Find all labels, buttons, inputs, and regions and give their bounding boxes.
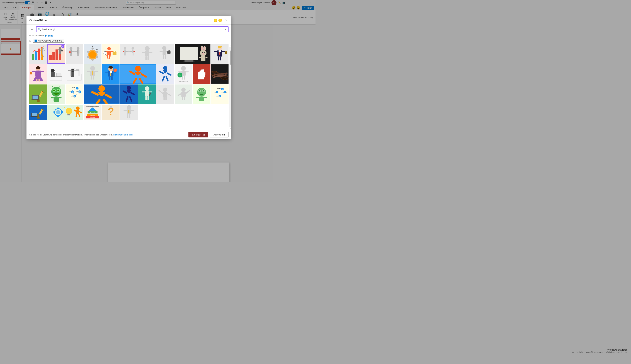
smiley2-icon[interactable]: 😐	[296, 6, 300, 10]
image-cell-23[interactable]	[84, 84, 120, 104]
scroll-up-arrow[interactable]: ▲	[230, 44, 231, 47]
image-cell-5[interactable]	[102, 44, 120, 64]
tab-start[interactable]: Start	[10, 5, 20, 10]
scroll-track[interactable]	[230, 47, 231, 127]
image-cell-12[interactable]	[48, 64, 83, 84]
svg-rect-139	[68, 70, 79, 76]
scrollbar[interactable]: ▲ ▼	[229, 44, 231, 130]
table-button[interactable]: ▦ Ta...	[19, 12, 26, 21]
image-cell-16[interactable]	[156, 64, 174, 84]
top-search-bar[interactable]: 🔍 Suchen (Alt+M)	[126, 1, 176, 5]
dialog-smiley-icon[interactable]: 🙂	[214, 18, 218, 22]
image-cell-26[interactable]	[156, 84, 174, 104]
online-bilder-dialog[interactable]: OnlineBilder 🙂 😐 ✕ ← 🔍 ✕ Unterstützt von	[26, 16, 232, 139]
image-cell-27[interactable]	[175, 84, 192, 104]
image-cell-19[interactable]	[211, 64, 228, 84]
image-cell-6[interactable]	[120, 44, 138, 64]
image-cell-17[interactable]: $ PresenterMedia	[175, 64, 192, 84]
footer-link[interactable]: Hier erfahren Sie mehr	[113, 134, 133, 136]
slide-preview-2	[1, 44, 20, 55]
tab-einfuegen[interactable]: Einfügen	[20, 5, 34, 10]
image-cell-1[interactable]	[29, 44, 47, 64]
image-cell-24[interactable]	[120, 84, 138, 104]
redo-icon[interactable]: ↪	[40, 1, 43, 4]
slide-thumb-2[interactable]: 2	[1, 41, 20, 55]
image-cell-4[interactable]	[84, 44, 101, 64]
back-button[interactable]: ←	[29, 27, 34, 32]
image-cell-18[interactable]	[193, 64, 210, 84]
dialog-close-button[interactable]: ✕	[224, 18, 228, 23]
image-cell-9[interactable]	[175, 44, 210, 64]
image-cell-10[interactable]	[211, 44, 228, 64]
image-cell-11[interactable]	[29, 64, 47, 84]
svg-rect-56	[107, 51, 111, 55]
search-container[interactable]: 🔍 ✕	[36, 26, 228, 32]
autosave-switch[interactable]	[24, 1, 30, 4]
dialog-smiley2-icon[interactable]: 😐	[218, 18, 222, 22]
svg-rect-314	[128, 110, 130, 113]
bing-brand: Bing	[48, 34, 53, 37]
scroll-down-arrow[interactable]: ▼	[230, 127, 231, 130]
insert-button[interactable]: Einfügen (1)	[188, 132, 208, 138]
image-cell-14[interactable]: ♪	[102, 64, 120, 84]
image-cell-21[interactable]	[48, 84, 65, 104]
svg-point-31	[76, 47, 80, 50]
undo-icon[interactable]: ↩	[36, 1, 39, 4]
filter-icon[interactable]: ⊟	[29, 39, 32, 42]
save-icon[interactable]: 💾	[32, 1, 34, 4]
present-icon[interactable]: ⬛	[44, 1, 48, 4]
svg-rect-121	[35, 70, 41, 76]
autosave-toggle[interactable]: Automatisches Speichern	[2, 1, 30, 4]
tab-slidelizard[interactable]: SlideLizard	[173, 5, 189, 10]
creative-commons-checkbox[interactable]: ✓	[34, 40, 37, 42]
new-slide-button[interactable]: □ NeueFolie	[2, 12, 9, 21]
tab-praesentation[interactable]: Bildschirmpräsentation	[92, 5, 119, 10]
screencast-icon[interactable]: 📺	[282, 1, 285, 4]
image-cell-32[interactable]: Business Strategy Plan Teamwork Marketin…	[84, 105, 101, 120]
search-clear-icon[interactable]: ✕	[224, 28, 227, 31]
image-cell-30[interactable]	[29, 105, 47, 120]
image-cell-2[interactable]: ✓	[48, 44, 65, 64]
tab-entwurf[interactable]: Entwurf	[48, 5, 60, 10]
search-input[interactable]	[42, 28, 224, 31]
tab-hilfe[interactable]: Hilfe	[164, 5, 173, 10]
image-cell-22[interactable]: BUILD 2 IDEA 1 LAUNCH 3 4 LEARN	[66, 84, 83, 104]
creative-commons-filter[interactable]: ✓ Nur Creative Commons	[33, 39, 64, 42]
svg-point-312	[127, 105, 131, 110]
image-cell-13[interactable]	[84, 64, 101, 84]
maximize-button[interactable]: □	[296, 0, 304, 5]
user-avatar[interactable]: GJ	[272, 0, 276, 5]
image-cell-8[interactable]	[156, 44, 174, 64]
tab-zeichnen[interactable]: Zeichnen	[34, 5, 48, 10]
tab-ansicht[interactable]: Ansicht	[152, 5, 164, 10]
image-cell-7[interactable]	[138, 44, 156, 64]
tab-animationen[interactable]: Animationen	[76, 5, 92, 10]
reuse-slides-button[interactable]: ⊞ Folienwieder-verwenden	[9, 12, 16, 21]
image-cell-20[interactable]	[29, 84, 47, 104]
edit-icon[interactable]: ✏️	[278, 1, 281, 4]
close-button[interactable]: ✕	[306, 0, 314, 5]
image-cell-28[interactable]	[193, 84, 210, 104]
image-cell-29[interactable]: BUILD 2 IDEA 1 LAUNCH 3 4 LEARN	[211, 84, 228, 104]
smiley-icon[interactable]: 🙂	[292, 6, 296, 10]
image-cell-33[interactable]: ?	[102, 105, 120, 120]
tab-uebergaenge[interactable]: Übergänge	[60, 5, 76, 10]
minimize-button[interactable]: ─	[286, 0, 295, 5]
image-cell-31[interactable]	[48, 105, 83, 120]
svg-rect-88	[165, 55, 166, 59]
slide-thumb-1[interactable]: 1	[1, 26, 20, 40]
image-cell-3[interactable]	[66, 44, 83, 64]
cancel-button[interactable]: Abbrechen	[210, 132, 228, 138]
scroll-thumb[interactable]	[230, 50, 231, 65]
image-cell-15[interactable]	[120, 64, 156, 84]
tab-datei[interactable]: Datei	[0, 5, 10, 10]
svg-text:LEARN: LEARN	[71, 95, 76, 97]
tab-aufzeichnen[interactable]: Aufzeichnen	[119, 5, 136, 10]
svg-rect-145	[95, 71, 98, 72]
tab-ueberpruefen[interactable]: Überprüfen	[136, 5, 152, 10]
image-grid-container[interactable]: ✓	[26, 44, 232, 130]
share-button[interactable]: 🔗 Teilen	[302, 6, 314, 10]
image-cell-25[interactable]	[138, 84, 156, 104]
image-cell-34[interactable]	[120, 105, 138, 120]
customize-icon[interactable]: ▾	[49, 1, 52, 4]
